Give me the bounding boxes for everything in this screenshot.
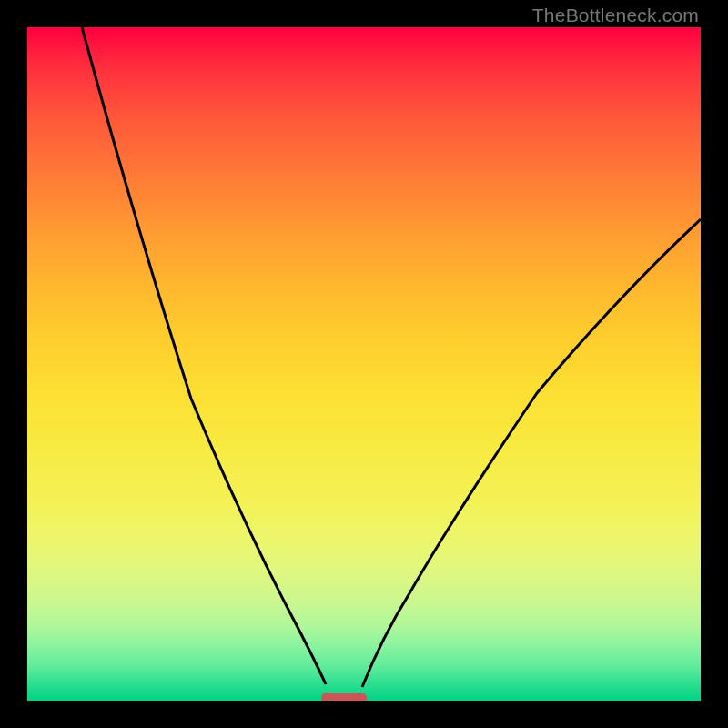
curves-svg	[27, 27, 701, 701]
bottleneck-marker	[321, 693, 367, 701]
plot-area	[27, 27, 701, 701]
watermark-text: TheBottleneck.com	[532, 5, 699, 26]
chart-frame: TheBottleneck.com	[0, 0, 728, 728]
left-curve	[82, 27, 326, 684]
right-curve	[362, 219, 701, 687]
